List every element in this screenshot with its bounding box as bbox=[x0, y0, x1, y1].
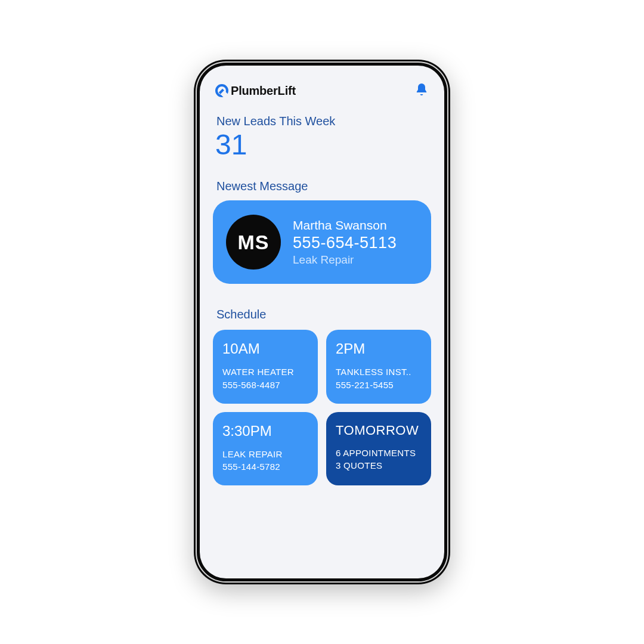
leads-label: New Leads This Week bbox=[213, 114, 431, 128]
message-name: Martha Swanson bbox=[293, 218, 397, 233]
tile-phone: 555-221-5455 bbox=[336, 379, 422, 392]
tile-service: TANKLESS INST.. bbox=[336, 366, 422, 379]
tile-phone: 555-144-5782 bbox=[222, 460, 308, 473]
message-info: Martha Swanson 555-654-5113 Leak Repair bbox=[293, 218, 397, 267]
tile-quotes: 3 QUOTES bbox=[336, 459, 422, 472]
brand[interactable]: PlumberLift bbox=[215, 84, 296, 98]
message-phone: 555-654-5113 bbox=[293, 234, 397, 252]
schedule-tile[interactable]: 2PM TANKLESS INST.. 555-221-5455 bbox=[326, 330, 431, 404]
brand-name: PlumberLift bbox=[231, 84, 296, 98]
schedule-tile-tomorrow[interactable]: TOMORROW 6 APPOINTMENTS 3 QUOTES bbox=[326, 412, 431, 486]
app-header: PlumberLift bbox=[213, 82, 431, 99]
newest-message-label: Newest Message bbox=[213, 179, 431, 193]
avatar: MS bbox=[226, 215, 281, 270]
tile-service: WATER HEATER bbox=[222, 366, 308, 379]
tile-time: 10AM bbox=[222, 340, 308, 357]
app-screen: PlumberLift New Leads This Week 31 Newes… bbox=[200, 66, 444, 578]
tile-phone: 555-568-4487 bbox=[222, 379, 308, 392]
tile-time: TOMORROW bbox=[336, 423, 422, 438]
newest-message-card[interactable]: MS Martha Swanson 555-654-5113 Leak Repa… bbox=[213, 200, 431, 284]
schedule-tile[interactable]: 3:30PM LEAK REPAIR 555-144-5782 bbox=[213, 412, 318, 486]
schedule-label: Schedule bbox=[213, 308, 431, 321]
tile-service: LEAK REPAIR bbox=[222, 448, 308, 461]
schedule-tile[interactable]: 10AM WATER HEATER 555-568-4487 bbox=[213, 330, 318, 404]
brand-logo-icon bbox=[215, 84, 228, 97]
tile-time: 2PM bbox=[336, 340, 422, 357]
schedule-grid: 10AM WATER HEATER 555-568-4487 2PM TANKL… bbox=[213, 330, 431, 485]
notification-bell-icon[interactable] bbox=[414, 82, 429, 99]
phone-frame: PlumberLift New Leads This Week 31 Newes… bbox=[194, 60, 450, 584]
tile-time: 3:30PM bbox=[222, 423, 308, 439]
leads-count: 31 bbox=[213, 131, 431, 159]
message-service: Leak Repair bbox=[293, 253, 397, 267]
tile-appointments: 6 APPOINTMENTS bbox=[336, 447, 422, 460]
